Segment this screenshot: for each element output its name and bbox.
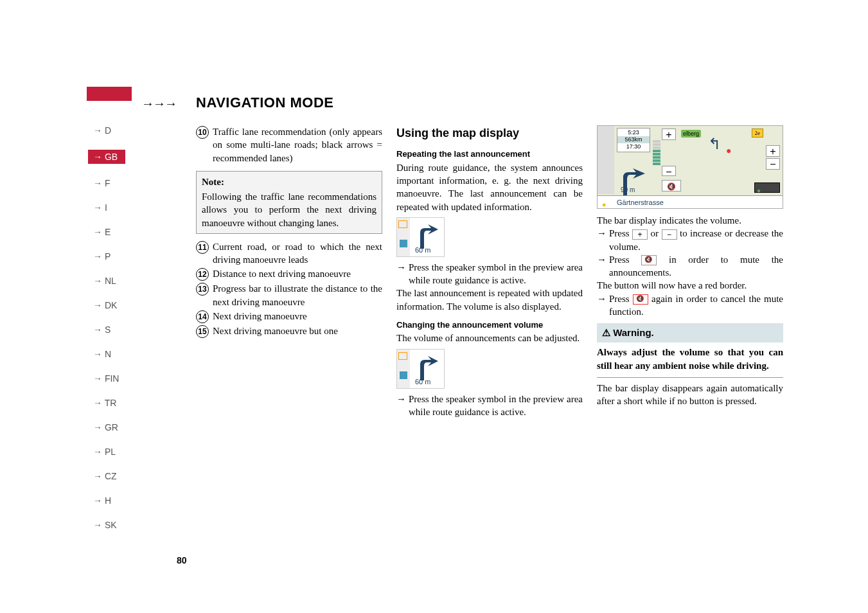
step-text-1: Press the speaker symbol in the preview … bbox=[409, 261, 583, 287]
warning-triangle-icon bbox=[398, 352, 407, 360]
nav-street-bar: ⬥ Gärtnerstrasse bbox=[598, 195, 783, 208]
warning-divider bbox=[597, 377, 783, 378]
speaker-icon bbox=[400, 240, 407, 247]
circle-12: 12 bbox=[196, 268, 209, 281]
nav-street: Gärtnerstrasse bbox=[617, 199, 664, 206]
step-mute: → Press in order to mute the announcemen… bbox=[597, 253, 783, 280]
column-3: 5:23 563km 17:30 + − 🔇 + − elberg ↰ ● 2e… bbox=[597, 125, 783, 418]
sidebar-item: → F bbox=[93, 178, 132, 188]
item-13-text: Progress bar to illustrate the distance … bbox=[213, 282, 382, 308]
repeat-heading: Repeating the last announcement bbox=[396, 148, 583, 160]
sidebar-item: → S bbox=[93, 324, 132, 335]
item-13: 13 Progress bar to illustrate the distan… bbox=[196, 282, 382, 308]
item-12: 12 Distance to next driving manoeuvre bbox=[196, 267, 382, 281]
yellow-badge-icon: 2e bbox=[752, 129, 764, 138]
circle-15: 15 bbox=[196, 325, 209, 338]
note-title: Note: bbox=[202, 175, 376, 188]
page-number: 80 bbox=[177, 555, 187, 565]
map-arrow-icon: ↰ bbox=[708, 134, 721, 154]
page-title: NAVIGATION MODE bbox=[196, 94, 333, 111]
item-15: 15 Next driving manoeuvre but one bbox=[196, 324, 382, 338]
nav-distance: 90 m bbox=[621, 186, 635, 195]
content-columns: 10 Traffic lane recommendation (only app… bbox=[196, 125, 783, 418]
circle-10: 10 bbox=[196, 126, 209, 139]
nav-clock: 17:30 bbox=[617, 143, 650, 150]
item-15-text: Next driving manoeuvre but one bbox=[213, 324, 382, 338]
arrow-bullet-icon: → bbox=[597, 292, 607, 319]
item-10-text: Traffic lane recommendation (only appear… bbox=[213, 125, 382, 164]
item-14-text: Next driving manoeuvre bbox=[213, 310, 382, 323]
change-vol-heading: Changing the announcement volume bbox=[396, 319, 583, 331]
column-2: Using the map display Repeating the last… bbox=[396, 125, 583, 418]
turn-arrow-icon bbox=[415, 355, 438, 380]
circle-14: 14 bbox=[196, 310, 209, 323]
nav-left-strip bbox=[598, 126, 614, 194]
nav-info-box: 5:23 563km 17:30 bbox=[617, 128, 650, 152]
plus-button[interactable]: + bbox=[662, 129, 676, 140]
circle-13: 13 bbox=[196, 283, 209, 296]
turn-arrow-icon bbox=[415, 223, 438, 249]
arrow-bullet-icon: → bbox=[396, 393, 406, 419]
sidebar-item: → E bbox=[93, 227, 132, 237]
repeat-para: During route guidance, the system announ… bbox=[396, 161, 583, 213]
circle-11: 11 bbox=[196, 241, 209, 254]
step-text-2: Press the speaker symbol in the preview … bbox=[409, 393, 583, 419]
disappear-para: The bar display disappears again automat… bbox=[597, 382, 783, 408]
arrow-bullet-icon: → bbox=[396, 261, 406, 287]
distance-2: 60 m bbox=[415, 377, 430, 387]
sidebar-item: → SK bbox=[93, 520, 132, 530]
bar-display-para: The bar display indicates the volume. bbox=[597, 214, 783, 227]
language-sidebar: → D→ GB→ F→ I→ E→ P→ NL→ DK→ S→ N→ FIN→ … bbox=[93, 125, 132, 544]
note-body: Following the traffic lane recommendatio… bbox=[202, 190, 376, 229]
step-volume-text: Press + or − to increase or decrease the… bbox=[609, 227, 783, 253]
column-1: 10 Traffic lane recommendation (only app… bbox=[196, 125, 382, 418]
sidebar-item: → N bbox=[93, 349, 132, 359]
zoom-out-button[interactable]: − bbox=[766, 158, 780, 170]
volume-bars-icon bbox=[653, 140, 660, 165]
nav-km: 563km bbox=[617, 136, 650, 143]
warning-triangle-icon bbox=[398, 220, 407, 228]
red-marker-icon: ● bbox=[726, 145, 731, 157]
step-cancel-text: Press again in order to cancel the mute … bbox=[609, 292, 783, 319]
step-volume: → Press + or − to increase or decrease t… bbox=[597, 227, 783, 253]
using-map-heading: Using the map display bbox=[396, 125, 583, 141]
warning-heading: ⚠ Warning. bbox=[597, 323, 783, 342]
minus-inline-icon: − bbox=[662, 229, 677, 240]
zoom-in-button[interactable]: + bbox=[766, 145, 780, 157]
arrow-bullet-icon: → bbox=[597, 253, 607, 280]
sidebar-item: → PL bbox=[93, 447, 132, 457]
sidebar-item: → D bbox=[93, 125, 132, 136]
sidebar-item: → I bbox=[93, 202, 132, 213]
header-red-bar bbox=[87, 87, 132, 101]
mute-inline-icon bbox=[641, 255, 657, 265]
header-arrows: →→→ bbox=[141, 96, 176, 111]
nav-screenshot: 5:23 563km 17:30 + − 🔇 + − elberg ↰ ● 2e… bbox=[597, 125, 783, 209]
plus-inline-icon: + bbox=[632, 229, 648, 240]
sidebar-item: → TR bbox=[93, 398, 132, 408]
step-mute-text: Press in order to mute the announcements… bbox=[609, 253, 783, 280]
sidebar-item: → DK bbox=[93, 300, 132, 310]
sidebar-item: → NL bbox=[93, 276, 132, 286]
mute-red-inline-icon bbox=[633, 294, 648, 305]
nav-time: 5:23 bbox=[617, 129, 650, 136]
step-press-speaker-2: → Press the speaker symbol in the previe… bbox=[396, 393, 583, 419]
sidebar-item: → FIN bbox=[93, 373, 132, 384]
item-11-text: Current road, or road to which the next … bbox=[213, 240, 382, 267]
minus-button[interactable]: − bbox=[662, 166, 676, 176]
sidebar-item: → P bbox=[93, 251, 132, 262]
mute-button[interactable]: 🔇 bbox=[662, 180, 681, 191]
preview-image-1: 60 m bbox=[396, 217, 445, 257]
item-14: 14 Next driving manoeuvre bbox=[196, 310, 382, 323]
arrow-bullet-icon: → bbox=[597, 227, 607, 253]
warning-body: Always adjust the volume so that you can… bbox=[597, 346, 783, 372]
distance-1: 60 m bbox=[415, 245, 430, 255]
step-cancel-mute: → Press again in order to cancel the mut… bbox=[597, 292, 783, 319]
red-border-para: The button will now have a red border. bbox=[597, 279, 783, 292]
note-box: Note: Following the traffic lane recomme… bbox=[196, 171, 382, 234]
sidebar-item: → GR bbox=[93, 422, 132, 432]
change-vol-para: The volume of announcements can be adjus… bbox=[396, 332, 583, 344]
nav-dark-box-icon: ● bbox=[754, 182, 780, 193]
item-10: 10 Traffic lane recommendation (only app… bbox=[196, 125, 382, 164]
step-press-speaker-1: → Press the speaker symbol in the previe… bbox=[396, 261, 583, 287]
sidebar-item: → H bbox=[93, 495, 132, 506]
